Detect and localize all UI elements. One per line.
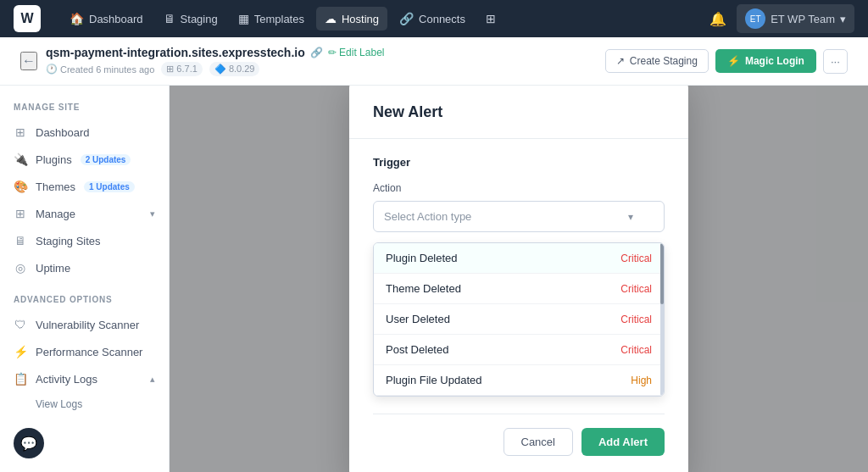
site-info: qsm-payment-integration.sites.expresstec… [46, 46, 384, 76]
site-name: qsm-payment-integration.sites.expresstec… [46, 46, 384, 59]
dropdown-item-label: Plugin File Updated [386, 374, 481, 386]
themes-icon: 🎨 [14, 180, 27, 193]
modal-divider [349, 138, 688, 139]
connects-icon: 🔗 [399, 12, 414, 25]
sub-header-right: ↗ Create Staging ⚡ Magic Login ··· [605, 49, 848, 74]
back-button[interactable]: ← [20, 52, 37, 70]
dropdown-item-label: User Deleted [386, 313, 450, 325]
dropdown-item-label: Plugin Deleted [386, 252, 458, 264]
action-type-select-wrapper: Select Action type ▾ [373, 201, 665, 232]
manage-site-section-label: MANAGE SITE [0, 99, 169, 119]
sidebar-item-uptime[interactable]: ◎ Uptime [0, 254, 169, 281]
sidebar-item-staging[interactable]: 🖥 Staging Sites [0, 227, 169, 254]
hosting-icon: ☁ [325, 12, 337, 25]
dropdown-item-post-deleted[interactable]: Post Deleted Critical [374, 335, 664, 365]
nav-item-dashboard[interactable]: 🏠 Dashboard [61, 7, 152, 31]
add-alert-button[interactable]: Add Alert [581, 428, 665, 456]
wp-version-badge: ⊞ 6.7.1 [161, 62, 203, 76]
dashboard-sidebar-icon: ⊞ [14, 125, 27, 139]
chat-widget[interactable]: 💬 [14, 428, 44, 458]
nav-item-templates[interactable]: ▦ Templates [230, 7, 313, 31]
critical-badge: Critical [620, 253, 652, 264]
dashboard-icon: 🏠 [70, 12, 84, 25]
modal-footer: Cancel Add Alert [373, 414, 665, 456]
nav-item-connects[interactable]: 🔗 Connects [391, 7, 474, 31]
dropdown-scroll-thumb [660, 243, 664, 304]
advanced-options-label: ADVANCED OPTIONS [0, 292, 169, 311]
main-content: Add an alert rule to get started. New Al… [170, 86, 868, 472]
staging-icon: 🖥 [164, 12, 175, 25]
main-layout: MANAGE SITE ⊞ Dashboard 🔌 Plugins 2 Upda… [0, 86, 868, 472]
chat-icon: 💬 [20, 436, 37, 452]
new-alert-modal: New Alert Trigger Action Select Action t… [349, 86, 688, 472]
plugins-update-badge: 2 Updates [81, 154, 131, 165]
advanced-section: ADVANCED OPTIONS 🛡 Vulnerability Scanner… [0, 292, 169, 416]
staging-create-icon: ↗ [616, 55, 625, 67]
top-navigation: W 🏠 Dashboard 🖥 Staging ▦ Templates ☁ Ho… [0, 0, 868, 37]
dropdown-item-plugin-deleted[interactable]: Plugin Deleted Critical [374, 243, 664, 274]
php-version-badge: 🔷 8.0.29 [209, 62, 260, 76]
nav-item-hosting[interactable]: ☁ Hosting [316, 7, 387, 31]
activity-logs-chevron-icon: ▴ [150, 374, 155, 385]
nav-item-staging[interactable]: 🖥 Staging [155, 7, 226, 31]
site-meta: 🕐 Created 6 minutes ago ⊞ 6.7.1 🔷 8.0.29 [46, 62, 384, 76]
modal-overlay[interactable]: New Alert Trigger Action Select Action t… [170, 86, 868, 472]
notification-bell-icon[interactable]: 🔔 [709, 11, 726, 27]
critical-badge: Critical [620, 314, 652, 325]
action-type-select[interactable]: Select Action type ▾ [373, 201, 665, 232]
cancel-button[interactable]: Cancel [504, 428, 573, 456]
trigger-label: Trigger [373, 156, 665, 169]
sidebar-item-performance[interactable]: ⚡ Performance Scanner [0, 338, 169, 365]
sidebar-item-dashboard[interactable]: ⊞ Dashboard [0, 119, 169, 146]
high-badge: High [631, 375, 652, 386]
modal-title: New Alert [373, 103, 665, 121]
sidebar-item-vulnerability[interactable]: 🛡 Vulnerability Scanner [0, 311, 169, 338]
nav-item-grid[interactable]: ⊞ [477, 7, 504, 31]
select-placeholder-text: Select Action type [384, 210, 471, 223]
action-label: Action [373, 182, 665, 194]
critical-badge: Critical [620, 283, 652, 295]
activity-logs-icon: 📋 [14, 372, 27, 386]
magic-login-icon: ⚡ [727, 55, 740, 67]
dropdown-scroll-indicator [660, 243, 664, 396]
team-avatar-icon: ET [745, 8, 765, 29]
external-link-icon[interactable]: 🔗 [310, 47, 323, 58]
team-selector-button[interactable]: ET ET WP Team ▾ [737, 4, 854, 33]
sidebar-item-activity-logs[interactable]: 📋 Activity Logs ▴ [0, 365, 169, 392]
sidebar-item-manage[interactable]: ⊞ Manage ▾ [0, 200, 169, 227]
sidebar-item-plugins[interactable]: 🔌 Plugins 2 Updates [0, 146, 169, 173]
sub-header: ← qsm-payment-integration.sites.expresst… [0, 37, 868, 86]
action-type-dropdown: Plugin Deleted Critical Theme Deleted Cr… [373, 242, 665, 397]
team-chevron-icon: ▾ [840, 13, 846, 25]
templates-icon: ▦ [238, 12, 249, 25]
dropdown-item-label: Post Deleted [386, 343, 448, 356]
magic-login-button[interactable]: ⚡ Magic Login [715, 49, 816, 73]
sidebar-sub-item-view-logs[interactable]: View Logs [0, 392, 169, 416]
select-chevron-icon: ▾ [628, 211, 633, 223]
dropdown-item-label: Theme Deleted [386, 282, 461, 295]
uptime-icon: ◎ [14, 261, 27, 275]
nav-items: 🏠 Dashboard 🖥 Staging ▦ Templates ☁ Host… [61, 7, 689, 31]
nav-right: 🔔 ET ET WP Team ▾ [709, 4, 854, 33]
manage-icon: ⊞ [14, 207, 27, 220]
sidebar-item-themes[interactable]: 🎨 Themes 1 Updates [0, 173, 169, 200]
create-staging-button[interactable]: ↗ Create Staging [605, 49, 709, 73]
dropdown-item-plugin-file-updated[interactable]: Plugin File Updated High [374, 365, 664, 396]
sub-header-left: ← qsm-payment-integration.sites.expresst… [20, 46, 384, 76]
sidebar: MANAGE SITE ⊞ Dashboard 🔌 Plugins 2 Upda… [0, 86, 170, 472]
created-time: 🕐 Created 6 minutes ago [46, 64, 154, 75]
plugins-icon: 🔌 [14, 153, 27, 166]
edit-label-link[interactable]: ✏ Edit Label [328, 47, 385, 58]
dropdown-item-user-deleted[interactable]: User Deleted Critical [374, 304, 664, 335]
themes-update-badge: 1 Updates [84, 181, 135, 192]
dropdown-item-theme-deleted[interactable]: Theme Deleted Critical [374, 274, 664, 304]
manage-chevron-icon: ▾ [150, 208, 155, 219]
performance-icon: ⚡ [14, 345, 27, 358]
staging-sidebar-icon: 🖥 [14, 234, 27, 247]
vulnerability-icon: 🛡 [14, 318, 27, 331]
more-options-button[interactable]: ··· [823, 49, 848, 74]
clock-icon: 🕐 [46, 64, 58, 75]
critical-badge: Critical [620, 344, 652, 356]
nav-logo[interactable]: W [14, 5, 41, 32]
grid-icon: ⊞ [486, 12, 496, 25]
